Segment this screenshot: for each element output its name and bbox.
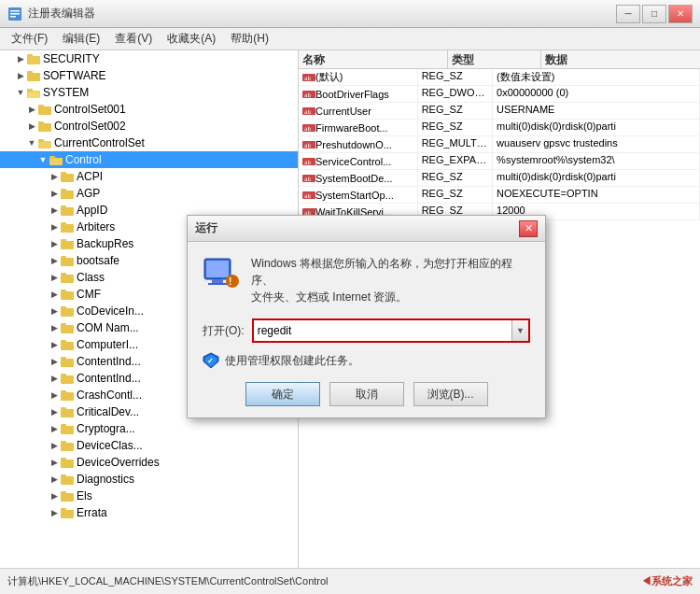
svg-text:ab: ab	[304, 75, 312, 81]
run-dialog-ok-button[interactable]: 确定	[245, 382, 320, 406]
list-cell-type: REG_EXPAND_SZ	[418, 153, 493, 169]
tree-label-computeri: ComputerI...	[77, 338, 138, 351]
run-dialog-browse-button[interactable]: 浏览(B)...	[413, 382, 488, 406]
tree-item-deviceclas[interactable]: ▶ DeviceClas...	[0, 437, 298, 454]
minimize-button[interactable]: ─	[616, 5, 640, 23]
svg-rect-44	[61, 375, 74, 384]
list-cell-data: USERNAME	[493, 103, 700, 119]
run-dialog-title-text: 运行	[195, 220, 217, 236]
folder-open-icon	[38, 137, 51, 148]
svg-rect-39	[61, 323, 66, 326]
svg-rect-35	[61, 290, 66, 292]
expand-icon: ▼	[37, 154, 49, 165]
svg-rect-82	[212, 279, 223, 283]
reg-value-icon: ab	[302, 106, 315, 116]
tree-label-control: Control	[65, 153, 102, 166]
close-button[interactable]: ✕	[668, 5, 693, 23]
run-dialog-cancel-button[interactable]: 取消	[329, 382, 404, 406]
tree-item-software[interactable]: ▶ SOFTWARE	[0, 67, 298, 84]
tree-item-controlset002[interactable]: ▶ ControlSet002	[0, 118, 298, 134]
title-bar: 注册表编辑器 ─ □ ✕	[0, 0, 700, 28]
list-item[interactable]: ab (默认) REG_SZ (数值未设置)	[299, 69, 700, 86]
folder-icon	[61, 272, 74, 283]
list-cell-data: (数值未设置)	[493, 69, 700, 85]
menu-file[interactable]: 文件(F)	[4, 29, 55, 49]
menu-edit[interactable]: 编辑(E)	[55, 29, 107, 49]
list-item[interactable]: ab SystemBootDe... REG_SZ multi(0)disk(0…	[299, 170, 700, 187]
run-dialog-input-wrapper[interactable]: ▼	[252, 318, 530, 343]
list-cell-name: ab SystemBootDe...	[299, 170, 418, 186]
menu-favorites[interactable]: 收藏夹(A)	[160, 29, 223, 49]
list-item[interactable]: ab FirmwareBoot... REG_SZ multi(0)disk(0…	[299, 120, 700, 136]
reg-value-icon: ab	[302, 90, 315, 99]
svg-rect-52	[61, 443, 74, 451]
tree-item-acpi[interactable]: ▶ ACPI	[0, 168, 298, 185]
menu-help[interactable]: 帮助(H)	[223, 29, 276, 49]
svg-rect-2	[10, 13, 20, 15]
svg-text:ab: ab	[304, 125, 312, 132]
list-cell-type: REG_SZ	[418, 103, 493, 119]
expand-icon: ▶	[49, 322, 60, 333]
folder-icon	[61, 339, 74, 350]
tree-item-controlset001[interactable]: ▶ ControlSet001	[0, 101, 298, 118]
tree-label-appid: AppID	[77, 204, 107, 217]
run-dialog-dropdown-button[interactable]: ▼	[511, 320, 528, 341]
window-title: 注册表编辑器	[28, 6, 95, 21]
tree-label-arbiters: Arbiters	[77, 220, 115, 233]
svg-rect-49	[61, 407, 66, 410]
run-dialog-close-button[interactable]: ✕	[519, 220, 538, 237]
tree-item-agp[interactable]: ▶ AGP	[0, 185, 298, 202]
status-path: 计算机\HKEY_LOCAL_MACHINE\SYSTEM\CurrentCon…	[7, 574, 329, 588]
tree-label-cs001: ControlSet001	[54, 103, 126, 116]
window-controls: ─ □ ✕	[616, 5, 693, 23]
expand-icon: ▶	[49, 305, 60, 317]
svg-text:✓: ✓	[207, 357, 214, 365]
tree-item-errata[interactable]: ▶ Errata	[0, 504, 298, 521]
svg-rect-56	[61, 476, 74, 485]
tree-label-crashcontl: CrashContl...	[77, 389, 142, 402]
app-icon	[7, 7, 22, 21]
svg-text:ab: ab	[304, 192, 312, 199]
list-cell-name: ab PreshutdownO...	[299, 136, 418, 152]
reg-value-icon: ab	[302, 123, 315, 133]
folder-icon	[61, 188, 74, 199]
folder-icon	[61, 305, 74, 317]
list-item[interactable]: ab ServiceControl... REG_EXPAND_SZ %syst…	[299, 153, 700, 170]
tree-item-system[interactable]: ▼ SYSTEM	[0, 84, 298, 101]
expand-icon: ▶	[49, 188, 60, 199]
tree-item-currentcontrolset[interactable]: ▼ CurrentControlSet	[0, 134, 298, 151]
run-dialog: 运行 ✕ ! Windows 将根据您所输入的名称，为您打开相应的程序、 文件夹…	[187, 215, 546, 418]
svg-rect-11	[28, 92, 39, 98]
expand-icon: ▶	[26, 120, 37, 132]
tree-item-diagnostics[interactable]: ▶ Diagnostics	[0, 471, 298, 488]
svg-rect-14	[38, 123, 51, 132]
tree-item-security[interactable]: ▶ SECURITY	[0, 50, 298, 67]
menu-view[interactable]: 查看(V)	[107, 29, 160, 49]
list-item[interactable]: ab PreshutdownO... REG_MULTI_SZ wuauserv…	[299, 136, 700, 153]
svg-rect-81	[206, 261, 229, 277]
svg-rect-48	[61, 409, 74, 417]
svg-text:ab: ab	[304, 159, 312, 165]
tree-item-deviceoverrides[interactable]: ▶ DeviceOverrides	[0, 454, 298, 471]
tree-label-criticaldev: CriticalDev...	[77, 405, 139, 418]
list-cell-data: wuauserv gpsvc trustedins	[493, 136, 700, 152]
folder-icon	[61, 406, 74, 417]
run-dialog-buttons: 确定 取消 浏览(B)...	[203, 382, 530, 406]
tree-item-cryptogra[interactable]: ▶ Cryptogra...	[0, 420, 298, 437]
list-item[interactable]: ab CurrentUser REG_SZ USERNAME	[299, 103, 700, 120]
svg-text:ab: ab	[304, 108, 312, 115]
svg-rect-20	[61, 174, 74, 182]
svg-rect-59	[61, 491, 66, 494]
svg-text:ab: ab	[304, 92, 312, 98]
tree-item-control[interactable]: ▼ Control	[0, 151, 298, 168]
list-item[interactable]: ab BootDriverFlags REG_DWORD 0x00000000 …	[299, 86, 700, 103]
tree-item-els[interactable]: ▶ Els	[0, 488, 298, 504]
svg-text:ab: ab	[304, 176, 312, 182]
list-cell-type: REG_SZ	[418, 69, 493, 85]
list-item[interactable]: ab SystemStartOp... REG_SZ NOEXECUTE=OPT…	[299, 187, 700, 204]
maximize-button[interactable]: □	[642, 5, 666, 23]
expand-icon: ▶	[49, 205, 60, 216]
folder-icon	[61, 289, 74, 300]
svg-rect-1	[10, 10, 20, 12]
run-dialog-input[interactable]	[254, 320, 511, 341]
